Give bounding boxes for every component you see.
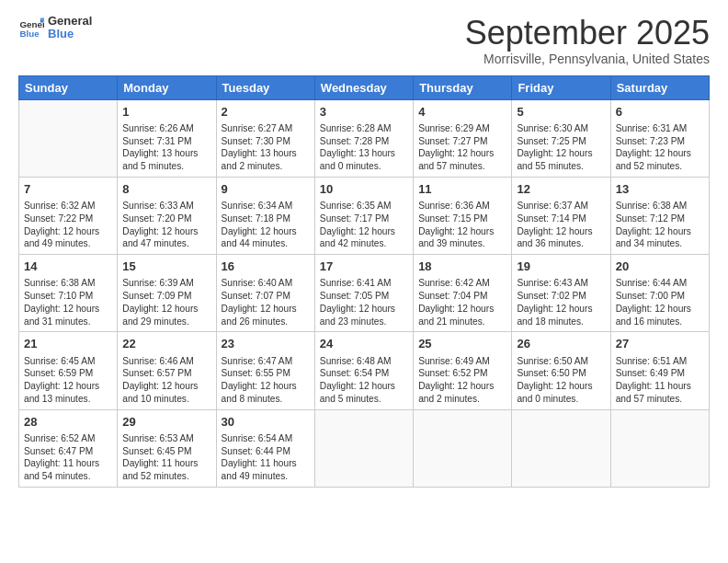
day-content: Sunrise: 6:43 AM Sunset: 7:02 PM Dayligh… bbox=[517, 277, 605, 327]
calendar-week-4: 21Sunrise: 6:45 AM Sunset: 6:59 PM Dayli… bbox=[19, 332, 710, 409]
calendar-cell: 30Sunrise: 6:54 AM Sunset: 6:44 PM Dayli… bbox=[216, 409, 314, 487]
day-content: Sunrise: 6:42 AM Sunset: 7:04 PM Dayligh… bbox=[418, 277, 506, 327]
day-content: Sunrise: 6:31 AM Sunset: 7:23 PM Dayligh… bbox=[616, 122, 704, 173]
day-number: 26 bbox=[517, 336, 605, 352]
day-content: Sunrise: 6:44 AM Sunset: 7:00 PM Dayligh… bbox=[616, 277, 704, 327]
location-title: Morrisville, Pennsylvania, United States bbox=[465, 52, 710, 66]
day-number: 12 bbox=[517, 181, 605, 198]
day-content: Sunrise: 6:28 AM Sunset: 7:28 PM Dayligh… bbox=[320, 122, 408, 173]
calendar-cell: 24Sunrise: 6:48 AM Sunset: 6:54 PM Dayli… bbox=[314, 332, 413, 409]
day-number: 5 bbox=[517, 104, 605, 121]
day-content: Sunrise: 6:29 AM Sunset: 7:27 PM Dayligh… bbox=[418, 122, 506, 173]
calendar-table: SundayMondayTuesdayWednesdayThursdayFrid… bbox=[18, 75, 710, 488]
day-content: Sunrise: 6:48 AM Sunset: 6:54 PM Dayligh… bbox=[320, 355, 408, 406]
day-number: 29 bbox=[122, 414, 210, 431]
svg-text:Blue: Blue bbox=[19, 29, 40, 39]
day-number: 19 bbox=[517, 259, 605, 275]
day-number: 9 bbox=[222, 181, 310, 198]
calendar-cell: 10Sunrise: 6:35 AM Sunset: 7:17 PM Dayli… bbox=[314, 177, 413, 254]
day-number: 4 bbox=[418, 104, 506, 121]
column-header-saturday: Saturday bbox=[610, 75, 709, 99]
day-number: 17 bbox=[320, 259, 408, 275]
calendar-cell: 6Sunrise: 6:31 AM Sunset: 7:23 PM Daylig… bbox=[610, 99, 709, 177]
day-content: Sunrise: 6:49 AM Sunset: 6:52 PM Dayligh… bbox=[418, 355, 506, 406]
calendar-cell: 23Sunrise: 6:47 AM Sunset: 6:55 PM Dayli… bbox=[216, 332, 314, 409]
calendar-cell: 29Sunrise: 6:53 AM Sunset: 6:45 PM Dayli… bbox=[118, 409, 216, 487]
logo: General Blue General Blue bbox=[18, 15, 92, 41]
day-content: Sunrise: 6:52 AM Sunset: 6:47 PM Dayligh… bbox=[24, 432, 112, 483]
calendar-cell bbox=[414, 409, 512, 487]
calendar-cell bbox=[610, 409, 709, 487]
day-number: 7 bbox=[24, 181, 112, 198]
column-header-friday: Friday bbox=[512, 75, 610, 99]
day-number: 3 bbox=[320, 104, 408, 121]
day-content: Sunrise: 6:27 AM Sunset: 7:30 PM Dayligh… bbox=[222, 122, 310, 173]
column-header-monday: Monday bbox=[118, 75, 216, 99]
calendar-cell: 21Sunrise: 6:45 AM Sunset: 6:59 PM Dayli… bbox=[19, 332, 118, 409]
calendar-cell: 15Sunrise: 6:39 AM Sunset: 7:09 PM Dayli… bbox=[118, 255, 216, 332]
column-header-sunday: Sunday bbox=[19, 75, 118, 99]
day-number: 11 bbox=[418, 181, 506, 198]
day-content: Sunrise: 6:39 AM Sunset: 7:09 PM Dayligh… bbox=[122, 277, 210, 327]
calendar-cell: 9Sunrise: 6:34 AM Sunset: 7:18 PM Daylig… bbox=[216, 177, 314, 254]
day-number: 24 bbox=[320, 336, 408, 352]
day-content: Sunrise: 6:37 AM Sunset: 7:14 PM Dayligh… bbox=[517, 200, 605, 250]
day-content: Sunrise: 6:47 AM Sunset: 6:55 PM Dayligh… bbox=[222, 355, 310, 406]
logo-icon: General Blue bbox=[18, 15, 44, 40]
calendar-cell: 16Sunrise: 6:40 AM Sunset: 7:07 PM Dayli… bbox=[216, 255, 314, 332]
calendar-cell: 4Sunrise: 6:29 AM Sunset: 7:27 PM Daylig… bbox=[414, 99, 512, 177]
calendar-cell: 12Sunrise: 6:37 AM Sunset: 7:14 PM Dayli… bbox=[512, 177, 610, 254]
day-number: 23 bbox=[222, 336, 310, 352]
calendar-cell: 20Sunrise: 6:44 AM Sunset: 7:00 PM Dayli… bbox=[610, 255, 709, 332]
day-content: Sunrise: 6:40 AM Sunset: 7:07 PM Dayligh… bbox=[222, 277, 310, 327]
calendar-cell: 28Sunrise: 6:52 AM Sunset: 6:47 PM Dayli… bbox=[19, 409, 118, 487]
day-number: 22 bbox=[122, 336, 210, 352]
day-content: Sunrise: 6:32 AM Sunset: 7:22 PM Dayligh… bbox=[24, 200, 112, 250]
calendar-cell: 8Sunrise: 6:33 AM Sunset: 7:20 PM Daylig… bbox=[118, 177, 216, 254]
calendar-week-5: 28Sunrise: 6:52 AM Sunset: 6:47 PM Dayli… bbox=[19, 409, 710, 487]
day-number: 20 bbox=[616, 259, 704, 275]
day-number: 16 bbox=[222, 259, 310, 275]
day-number: 28 bbox=[24, 414, 112, 431]
calendar-cell: 14Sunrise: 6:38 AM Sunset: 7:10 PM Dayli… bbox=[19, 255, 118, 332]
calendar-week-3: 14Sunrise: 6:38 AM Sunset: 7:10 PM Dayli… bbox=[19, 255, 710, 332]
day-content: Sunrise: 6:36 AM Sunset: 7:15 PM Dayligh… bbox=[418, 200, 506, 250]
calendar-cell bbox=[314, 409, 413, 487]
month-title: September 2025 bbox=[465, 15, 710, 52]
calendar-cell: 22Sunrise: 6:46 AM Sunset: 6:57 PM Dayli… bbox=[118, 332, 216, 409]
column-header-thursday: Thursday bbox=[414, 75, 512, 99]
calendar-cell: 7Sunrise: 6:32 AM Sunset: 7:22 PM Daylig… bbox=[19, 177, 118, 254]
title-block: September 2025 Morrisville, Pennsylvania… bbox=[465, 15, 710, 66]
day-content: Sunrise: 6:38 AM Sunset: 7:10 PM Dayligh… bbox=[24, 277, 112, 327]
day-number: 30 bbox=[222, 414, 310, 431]
calendar-cell: 1Sunrise: 6:26 AM Sunset: 7:31 PM Daylig… bbox=[118, 99, 216, 177]
logo-wordmark: General Blue bbox=[48, 15, 92, 41]
day-content: Sunrise: 6:26 AM Sunset: 7:31 PM Dayligh… bbox=[122, 122, 210, 173]
calendar-cell: 27Sunrise: 6:51 AM Sunset: 6:49 PM Dayli… bbox=[610, 332, 709, 409]
calendar-cell: 19Sunrise: 6:43 AM Sunset: 7:02 PM Dayli… bbox=[512, 255, 610, 332]
column-header-wednesday: Wednesday bbox=[314, 75, 413, 99]
day-content: Sunrise: 6:35 AM Sunset: 7:17 PM Dayligh… bbox=[320, 200, 408, 250]
day-number: 10 bbox=[320, 181, 408, 198]
day-content: Sunrise: 6:46 AM Sunset: 6:57 PM Dayligh… bbox=[122, 355, 210, 406]
day-content: Sunrise: 6:53 AM Sunset: 6:45 PM Dayligh… bbox=[122, 432, 210, 483]
day-number: 2 bbox=[222, 104, 310, 121]
calendar-cell: 2Sunrise: 6:27 AM Sunset: 7:30 PM Daylig… bbox=[216, 99, 314, 177]
calendar-cell: 5Sunrise: 6:30 AM Sunset: 7:25 PM Daylig… bbox=[512, 99, 610, 177]
calendar-cell: 26Sunrise: 6:50 AM Sunset: 6:50 PM Dayli… bbox=[512, 332, 610, 409]
day-number: 13 bbox=[616, 181, 704, 198]
day-number: 25 bbox=[418, 336, 506, 352]
day-content: Sunrise: 6:38 AM Sunset: 7:12 PM Dayligh… bbox=[616, 200, 704, 250]
calendar-week-2: 7Sunrise: 6:32 AM Sunset: 7:22 PM Daylig… bbox=[19, 177, 710, 254]
calendar-cell: 17Sunrise: 6:41 AM Sunset: 7:05 PM Dayli… bbox=[314, 255, 413, 332]
calendar-cell bbox=[19, 99, 118, 177]
calendar-header-row: SundayMondayTuesdayWednesdayThursdayFrid… bbox=[19, 75, 710, 99]
calendar-cell: 18Sunrise: 6:42 AM Sunset: 7:04 PM Dayli… bbox=[414, 255, 512, 332]
day-content: Sunrise: 6:34 AM Sunset: 7:18 PM Dayligh… bbox=[222, 200, 310, 250]
day-content: Sunrise: 6:54 AM Sunset: 6:44 PM Dayligh… bbox=[222, 432, 310, 483]
header: General Blue General Blue September 2025… bbox=[18, 15, 710, 66]
day-content: Sunrise: 6:33 AM Sunset: 7:20 PM Dayligh… bbox=[122, 200, 210, 250]
day-number: 27 bbox=[616, 336, 704, 352]
calendar-cell: 25Sunrise: 6:49 AM Sunset: 6:52 PM Dayli… bbox=[414, 332, 512, 409]
logo-general: General bbox=[48, 15, 92, 28]
